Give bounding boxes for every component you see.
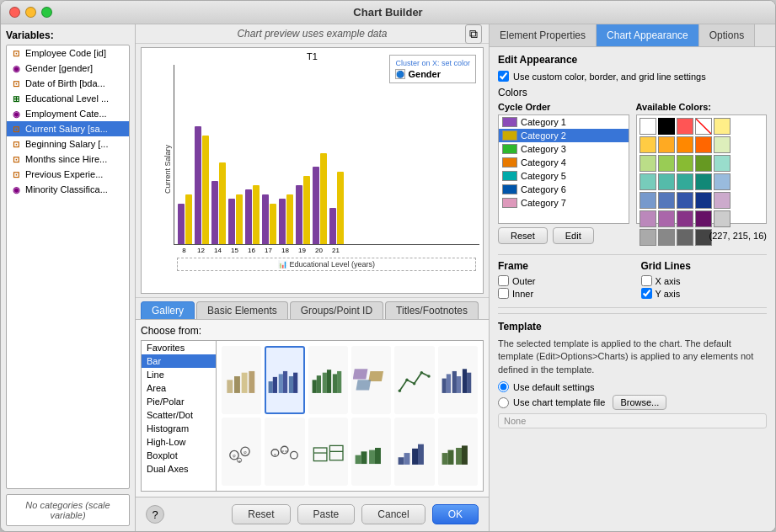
minimize-button[interactable] bbox=[25, 7, 36, 18]
cycle-order-item[interactable]: Category 1 bbox=[499, 115, 629, 129]
chart-thumbnail-7[interactable]: φφ φ bbox=[265, 418, 304, 486]
available-swatch[interactable] bbox=[714, 118, 731, 135]
use-default-radio[interactable] bbox=[498, 381, 509, 392]
chart-thumbnail-10[interactable] bbox=[394, 418, 434, 486]
right-tab-options[interactable]: Options bbox=[699, 24, 755, 46]
gallery-list-item[interactable]: Favorites bbox=[142, 341, 216, 354]
available-swatch[interactable] bbox=[714, 192, 731, 209]
cycle-order-item[interactable]: Category 5 bbox=[499, 169, 629, 183]
chart-thumbnail-6[interactable]: φφφ bbox=[222, 418, 261, 486]
available-swatch[interactable] bbox=[640, 173, 656, 190]
variable-item[interactable]: ◉Gender [gender] bbox=[7, 61, 129, 76]
gallery-list-item[interactable]: Boxplot bbox=[142, 449, 216, 462]
ok-button[interactable]: OK bbox=[432, 504, 479, 524]
available-swatch[interactable] bbox=[658, 136, 675, 153]
gallery-list-item[interactable]: Pie/Polar bbox=[142, 395, 216, 408]
available-swatch[interactable] bbox=[714, 155, 731, 172]
cycle-order-item[interactable]: Category 2 bbox=[499, 129, 629, 142]
chart-thumbnail-11[interactable] bbox=[438, 418, 478, 486]
cancel-button[interactable]: Cancel bbox=[361, 504, 425, 524]
available-swatch[interactable] bbox=[695, 118, 712, 135]
gallery-list-item[interactable]: High-Low bbox=[142, 435, 216, 449]
available-swatch[interactable] bbox=[714, 136, 731, 153]
x-axis-grid-checkbox[interactable] bbox=[641, 275, 652, 286]
cycle-order-item[interactable]: Category 6 bbox=[499, 183, 629, 196]
cycle-order-item[interactable]: Category 7 bbox=[499, 196, 629, 210]
outer-frame-checkbox[interactable] bbox=[498, 275, 509, 286]
chart-thumbnail-9[interactable] bbox=[351, 418, 391, 486]
available-swatch[interactable] bbox=[677, 118, 693, 135]
available-swatch[interactable] bbox=[658, 155, 675, 172]
chart-thumbnail-1[interactable] bbox=[265, 346, 304, 414]
paste-button[interactable]: Paste bbox=[297, 504, 356, 524]
bar-purple bbox=[296, 185, 302, 244]
bottom-tab-groups-point-id[interactable]: Groups/Point ID bbox=[290, 301, 383, 319]
available-swatch[interactable] bbox=[640, 210, 656, 227]
variable-item[interactable]: ⊞Educational Level ... bbox=[7, 91, 129, 106]
reset-color-button[interactable]: Reset bbox=[498, 227, 548, 244]
available-swatch[interactable] bbox=[695, 173, 712, 190]
close-button[interactable] bbox=[9, 7, 20, 18]
available-swatch[interactable] bbox=[640, 229, 656, 246]
gallery-list-item[interactable]: Dual Axes bbox=[142, 462, 216, 476]
available-swatch[interactable] bbox=[640, 136, 656, 153]
use-file-radio[interactable] bbox=[498, 397, 509, 408]
available-swatch[interactable] bbox=[640, 118, 656, 135]
available-swatch[interactable] bbox=[658, 173, 675, 190]
gallery-list-item[interactable]: Line bbox=[142, 368, 216, 381]
edit-color-button[interactable]: Edit bbox=[553, 227, 594, 244]
available-swatch[interactable] bbox=[677, 229, 693, 246]
reset-button[interactable]: Reset bbox=[232, 504, 290, 524]
gallery-list-item[interactable]: Histogram bbox=[142, 422, 216, 435]
variable-item[interactable]: ⊡Previous Experie... bbox=[7, 167, 129, 182]
variable-item[interactable]: ⊡Date of Birth [bda... bbox=[7, 76, 129, 91]
y-axis-grid-checkbox[interactable] bbox=[641, 288, 652, 299]
chart-thumbnail-4[interactable] bbox=[394, 346, 434, 414]
variable-item[interactable]: ⊡Employee Code [id] bbox=[7, 45, 129, 61]
available-swatch[interactable] bbox=[695, 136, 712, 153]
available-swatch[interactable] bbox=[695, 192, 712, 209]
available-swatch[interactable] bbox=[677, 210, 693, 227]
cycle-order-item[interactable]: Category 4 bbox=[499, 156, 629, 169]
copy-chart-button[interactable]: ⧉ bbox=[465, 24, 482, 44]
gallery-list-item[interactable]: Bar bbox=[142, 354, 216, 368]
inner-frame-checkbox[interactable] bbox=[498, 288, 509, 299]
available-swatch[interactable] bbox=[640, 155, 656, 172]
help-button[interactable]: ? bbox=[146, 505, 164, 524]
available-swatch[interactable] bbox=[714, 173, 731, 190]
chart-thumbnail-0[interactable] bbox=[222, 346, 261, 414]
variable-item[interactable]: ◉Employment Cate... bbox=[7, 106, 129, 121]
bottom-tab-titles-footnotes[interactable]: Titles/Footnotes bbox=[385, 301, 479, 319]
available-swatch[interactable] bbox=[658, 229, 675, 246]
chart-thumbnail-5[interactable] bbox=[438, 346, 478, 414]
available-swatch[interactable] bbox=[677, 192, 693, 209]
bottom-tab-gallery[interactable]: Gallery bbox=[141, 301, 195, 319]
variable-item[interactable]: ⊡Months since Hire... bbox=[7, 152, 129, 167]
available-swatch[interactable] bbox=[695, 210, 712, 227]
custom-settings-checkbox[interactable] bbox=[498, 71, 509, 82]
available-swatch[interactable] bbox=[658, 192, 675, 209]
available-swatch[interactable] bbox=[677, 173, 693, 190]
available-swatch[interactable] bbox=[695, 155, 712, 172]
variable-item[interactable]: ⊡Beginning Salary [... bbox=[7, 136, 129, 152]
browse-button[interactable]: Browse... bbox=[613, 395, 666, 410]
gallery-list-item[interactable]: Area bbox=[142, 381, 216, 395]
chart-thumbnail-8[interactable] bbox=[308, 418, 348, 486]
chart-thumbnail-3[interactable] bbox=[351, 346, 391, 414]
bottom-tab-basic-elements[interactable]: Basic Elements bbox=[196, 301, 288, 319]
available-swatch[interactable] bbox=[714, 210, 731, 227]
maximize-button[interactable] bbox=[41, 7, 52, 18]
available-swatch[interactable] bbox=[677, 155, 693, 172]
available-swatch[interactable] bbox=[677, 136, 693, 153]
variable-item[interactable]: ⊡Current Salary [sa... bbox=[7, 121, 129, 136]
right-tab-element-properties[interactable]: Element Properties bbox=[490, 24, 597, 46]
cycle-order-item[interactable]: Category 3 bbox=[499, 142, 629, 156]
available-swatch[interactable] bbox=[640, 192, 656, 209]
right-tab-chart-appearance[interactable]: Chart Appearance bbox=[597, 24, 699, 46]
available-swatch[interactable] bbox=[658, 118, 675, 135]
chart-thumbnail-2[interactable] bbox=[308, 346, 348, 414]
template-file-input[interactable]: None bbox=[498, 413, 767, 428]
variable-item[interactable]: ◉Minority Classifica... bbox=[7, 182, 129, 197]
available-swatch[interactable] bbox=[658, 210, 675, 227]
gallery-list-item[interactable]: Scatter/Dot bbox=[142, 408, 216, 422]
